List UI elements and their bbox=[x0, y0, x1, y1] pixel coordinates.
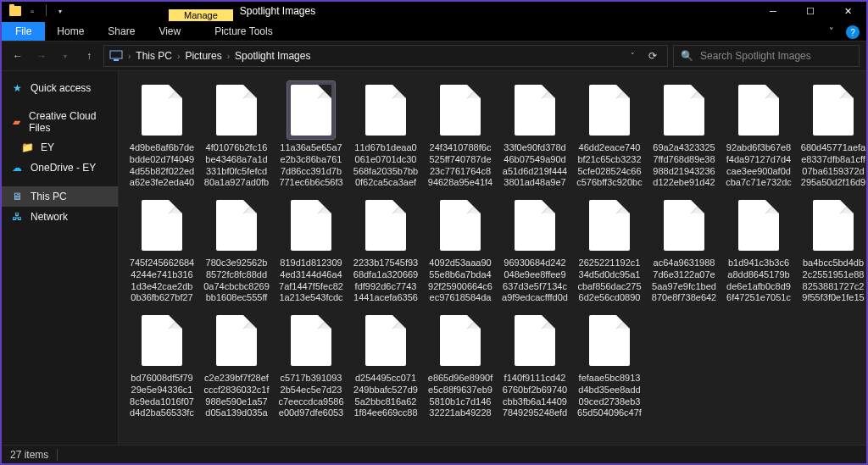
search-box[interactable]: 🔍 bbox=[673, 45, 860, 67]
file-icon bbox=[589, 200, 630, 251]
breadcrumb-this-pc[interactable]: This PC bbox=[136, 50, 172, 62]
quick-access-toolbar-icon[interactable] bbox=[8, 4, 22, 18]
search-input[interactable] bbox=[700, 50, 852, 62]
file-icon bbox=[813, 85, 854, 136]
sidebar-item-network[interactable]: 🖧Network bbox=[2, 207, 118, 227]
minimize-button[interactable]: ─ bbox=[754, 2, 792, 20]
file-item[interactable]: ba4bcc5bd4db2c2551951e888253881727c29f55… bbox=[798, 197, 866, 303]
maximize-button[interactable]: ☐ bbox=[792, 2, 829, 20]
file-name: 69a2a43233257ffd768d89e38988d21943236d12… bbox=[649, 142, 719, 188]
sidebar-item-label: Creative Cloud Files bbox=[29, 110, 109, 134]
file-item[interactable]: 92abd6f3b67e8f4da97127d7d4cae3ee900af0dc… bbox=[724, 81, 793, 188]
contextual-tab-label: Manage bbox=[169, 9, 233, 21]
nav-forward-button[interactable]: → bbox=[32, 47, 51, 65]
file-item[interactable]: 680d45771aefae8337dfb8a1cff07ba6159372d2… bbox=[798, 81, 866, 188]
file-icon bbox=[216, 85, 257, 136]
file-item[interactable]: f140f9111cd426760bf2b69740cbb3fb6a144097… bbox=[500, 312, 570, 418]
svg-rect-1 bbox=[114, 59, 119, 61]
file-item[interactable]: 4092d53aaa9055e8b6a7bda492f25900664c6ec9… bbox=[426, 197, 495, 303]
tab-picture-tools[interactable]: Picture Tools bbox=[203, 22, 284, 41]
qat-dropdown-icon[interactable]: ▾ bbox=[53, 4, 67, 18]
navigation-pane: ★Quick access▰Creative Cloud Files📁EY☁On… bbox=[2, 71, 119, 445]
file-tab[interactable]: File bbox=[2, 22, 45, 41]
help-icon[interactable]: ? bbox=[846, 25, 860, 39]
file-icon bbox=[515, 85, 555, 136]
sidebar-item-quick-access[interactable]: ★Quick access bbox=[2, 78, 118, 98]
nav-up-button[interactable]: ↑ bbox=[80, 47, 98, 65]
file-name: 745f2456626844244e741b3161d3e42cae2db0b3… bbox=[127, 257, 197, 303]
file-item[interactable]: d254495cc071249bbafc527d95a2bbc816a621f8… bbox=[351, 312, 420, 418]
file-item[interactable]: 46dd2eace740bf21c65cb32325cfe028524c66c5… bbox=[575, 81, 644, 188]
file-name: 33f0e90fd378d46b07549a90da51d6d219f44438… bbox=[500, 142, 570, 188]
sidebar-item-label: Network bbox=[31, 211, 68, 223]
breadcrumb[interactable]: › This PC › Pictures › Spotlight Images … bbox=[103, 45, 668, 67]
file-name: 46dd2eace740bf21c65cb32325cfe028524c66c5… bbox=[575, 142, 644, 188]
file-name: 11a36a5e65a7e2b3c86ba7617d86cc391d7b771e… bbox=[276, 142, 346, 188]
tab-home[interactable]: Home bbox=[45, 22, 96, 41]
file-item[interactable]: e865d96e8990fe5c88f9637eb95810b1c7d14632… bbox=[426, 312, 495, 418]
file-icon bbox=[216, 315, 257, 366]
file-name: 2625221192c134d5d0dc95a1cbaf856dac2756d2… bbox=[575, 257, 644, 303]
file-item[interactable]: 11d67b1deaa0061e0701dc30568fa2035b7bb0f6… bbox=[351, 81, 420, 188]
file-item[interactable]: 96930684d242048e9ee8ffee9637d3e5f7134ca9… bbox=[500, 197, 570, 303]
breadcrumb-dropdown-icon[interactable]: ˅ bbox=[623, 46, 642, 66]
file-item[interactable]: 780c3e92562b8572fc8fc88dd0a74cbcbc8269bb… bbox=[202, 197, 271, 303]
file-name: c2e239bf7f28efcccf2836032c1f988e590e1a57… bbox=[202, 373, 271, 418]
file-item[interactable]: 33f0e90fd378d46b07549a90da51d6d219f44438… bbox=[500, 81, 570, 188]
file-name: 92abd6f3b67e8f4da97127d7d4cae3ee900af0dc… bbox=[724, 142, 793, 188]
file-item[interactable]: 24f3410788f6c525ff740787de23c7761764c894… bbox=[426, 81, 495, 188]
file-icon bbox=[515, 200, 555, 251]
file-item[interactable]: 819d1d8123094ed3144d46a47af1447f5fec821a… bbox=[276, 197, 346, 303]
refresh-button[interactable]: ⟳ bbox=[643, 46, 662, 66]
file-item[interactable]: 4d9be8af6b7debdde02d7f40494d55b82f022eda… bbox=[127, 81, 197, 188]
file-item[interactable]: ac64a96319887d6e3122a07e5aa97e9fc1bed870… bbox=[649, 197, 719, 303]
ribbon-collapse-icon[interactable]: ˅ bbox=[821, 23, 843, 41]
breadcrumb-pictures[interactable]: Pictures bbox=[185, 50, 221, 62]
file-name: 780c3e92562b8572fc8fc88dd0a74cbcbc8269bb… bbox=[202, 257, 271, 303]
chevron-right-icon: › bbox=[177, 52, 180, 61]
file-item[interactable]: 69a2a43233257ffd768d89e38988d21943236d12… bbox=[649, 81, 719, 188]
sidebar-item-label: Quick access bbox=[31, 82, 91, 94]
file-icon bbox=[738, 200, 779, 251]
chevron-right-icon: › bbox=[128, 52, 131, 61]
file-item[interactable]: fefaae5bc8913d4bd35ee8add09ced2738eb365d… bbox=[575, 312, 644, 418]
qat-item-icon[interactable]: ▫ bbox=[25, 4, 39, 18]
file-item[interactable]: bd76008df5f7929e5e94336c18c9eda1016f07d4… bbox=[127, 312, 197, 418]
file-name: 4d9be8af6b7debdde02d7f40494d55b82f022eda… bbox=[127, 142, 197, 188]
nav-back-button[interactable]: ← bbox=[8, 47, 27, 65]
nav-history-dropdown[interactable]: ▾ bbox=[56, 47, 75, 65]
net-icon: 🖧 bbox=[10, 210, 24, 224]
file-icon bbox=[813, 200, 854, 251]
file-item[interactable]: 745f2456626844244e741b3161d3e42cae2db0b3… bbox=[127, 197, 197, 303]
sidebar-item-label: OneDrive - EY bbox=[31, 162, 96, 174]
cloud-icon: ☁ bbox=[10, 161, 24, 174]
breadcrumb-current[interactable]: Spotlight Images bbox=[235, 50, 310, 62]
file-icon bbox=[142, 85, 182, 136]
file-icon bbox=[589, 85, 630, 136]
file-item[interactable]: 4f01076b2fc16be43468a7a1d331bf0fc5fefcd8… bbox=[202, 81, 271, 188]
close-button[interactable]: ✕ bbox=[829, 2, 866, 20]
sidebar-item-onedrive-ey[interactable]: ☁OneDrive - EY bbox=[2, 158, 118, 178]
file-name: bd76008df5f7929e5e94336c18c9eda1016f07d4… bbox=[127, 373, 197, 418]
file-icon bbox=[142, 200, 182, 251]
file-item[interactable]: 11a36a5e65a7e2b3c86ba7617d86cc391d7b771e… bbox=[276, 81, 346, 188]
file-list-pane[interactable]: 4d9be8af6b7debdde02d7f40494d55b82f022eda… bbox=[119, 71, 866, 445]
file-icon bbox=[365, 200, 406, 251]
tab-share[interactable]: Share bbox=[96, 22, 147, 41]
tab-view[interactable]: View bbox=[147, 22, 192, 41]
file-item[interactable]: c2e239bf7f28efcccf2836032c1f988e590e1a57… bbox=[202, 312, 271, 418]
file-icon bbox=[291, 315, 331, 366]
file-item[interactable]: 2625221192c134d5d0dc95a1cbaf856dac2756d2… bbox=[575, 197, 644, 303]
file-name: 24f3410788f6c525ff740787de23c7761764c894… bbox=[426, 142, 495, 188]
file-name: 4f01076b2fc16be43468a7a1d331bf0fc5fefcd8… bbox=[202, 142, 271, 188]
sidebar-item-creative-cloud-files[interactable]: ▰Creative Cloud Files bbox=[2, 107, 118, 137]
file-item[interactable]: b1d941c3b3c6a8dd8645179bde6e1afb0c8d96f4… bbox=[724, 197, 793, 303]
sidebar-item-this-pc[interactable]: 🖥This PC bbox=[2, 186, 118, 207]
file-item[interactable]: 2233b17545f9368dfa1a320669fdf992d6c77431… bbox=[351, 197, 420, 303]
file-icon bbox=[738, 85, 779, 136]
file-item[interactable]: c5717b3910932b54ec5e7d23c7eeccdca9586e00… bbox=[276, 312, 346, 418]
file-name: 11d67b1deaa0061e0701dc30568fa2035b7bb0f6… bbox=[351, 142, 420, 188]
star-icon: ★ bbox=[10, 81, 24, 95]
pc-icon bbox=[109, 50, 123, 62]
sidebar-item-ey[interactable]: 📁EY bbox=[2, 137, 118, 158]
